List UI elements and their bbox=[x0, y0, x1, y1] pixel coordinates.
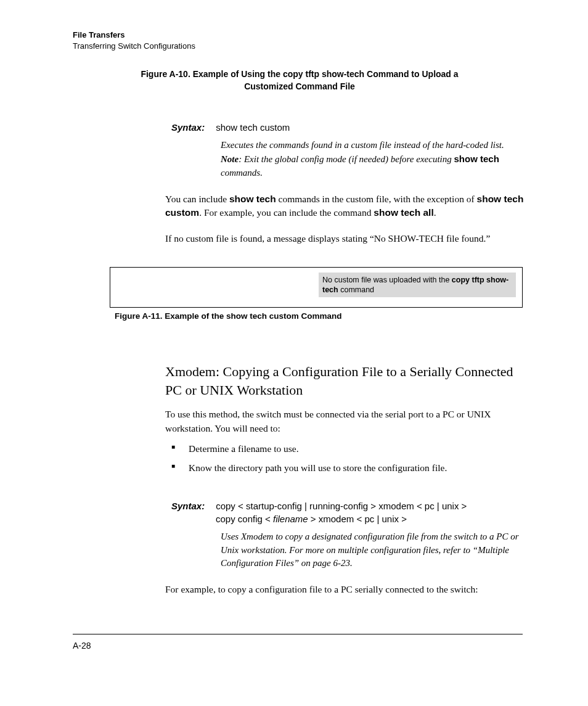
figure-note-callout: No custom file was uploaded with the cop… bbox=[319, 273, 516, 298]
figure-a10-caption: Figure A-10. Example of Using the copy t… bbox=[127, 68, 472, 92]
paragraph-1: You can include show tech commands in th… bbox=[165, 192, 526, 220]
syntax-description: Executes the commands found in a custom … bbox=[221, 139, 526, 179]
syntax-block-2: Syntax: copy < startup-config | running-… bbox=[171, 501, 526, 570]
bullet-list: Determine a filename to use. Know the di… bbox=[165, 441, 526, 476]
syntax-command-line1: copy < startup-config | running-config >… bbox=[216, 501, 467, 511]
running-header: File Transfers Transferring Switch Confi… bbox=[73, 30, 526, 51]
syntax-command: show tech custom bbox=[216, 122, 290, 133]
header-subtitle: Transferring Switch Configurations bbox=[73, 41, 526, 52]
syntax-description-2: Uses Xmodem to copy a designated configu… bbox=[221, 530, 526, 570]
syntax-block-1: Syntax: show tech custom Executes the co… bbox=[171, 122, 526, 179]
header-title: File Transfers bbox=[73, 30, 526, 41]
paragraph-3: To use this method, the switch must be c… bbox=[165, 408, 526, 435]
page-number: A-28 bbox=[73, 641, 588, 651]
section-heading-xmodem: Xmodem: Copying a Configuration File to … bbox=[165, 363, 526, 399]
paragraph-2: If no custom file is found, a message di… bbox=[165, 232, 526, 245]
figure-a11-caption: Figure A-11. Example of the show tech cu… bbox=[115, 311, 526, 321]
syntax-label: Syntax: bbox=[171, 501, 205, 511]
syntax-label: Syntax: bbox=[171, 122, 205, 133]
list-item: Determine a filename to use. bbox=[165, 441, 526, 457]
syntax-command-line2: copy config < filename > xmodem < pc | u… bbox=[216, 514, 526, 524]
paragraph-4: For example, to copy a configuration fil… bbox=[165, 583, 526, 596]
figure-a11-box: No custom file was uploaded with the cop… bbox=[110, 267, 523, 308]
list-item: Know the directory path you will use to … bbox=[165, 461, 526, 476]
footer-rule bbox=[73, 634, 523, 634]
